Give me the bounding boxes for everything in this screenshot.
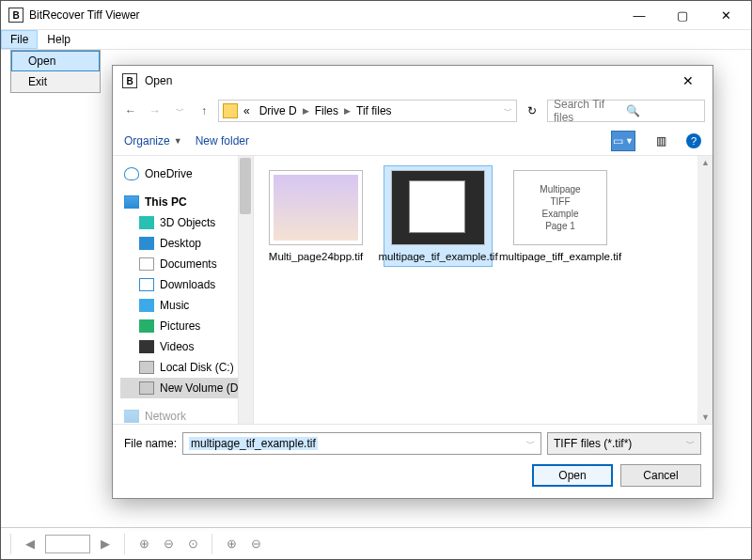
file-type-filter[interactable]: TIFF files (*.tif*) ﹀: [547, 432, 701, 455]
disk-icon: [139, 361, 154, 374]
chevron-down-icon: ▼: [174, 136, 182, 146]
tree-network[interactable]: Network: [120, 406, 249, 424]
file-name-label: File name:: [124, 437, 177, 450]
help-button[interactable]: ?: [686, 133, 701, 148]
app-logo: B: [8, 8, 24, 23]
breadcrumb[interactable]: « Drive D ▶ Files ▶ Tif files ﹀: [218, 100, 517, 122]
zoom-in-icon[interactable]: ⊕: [134, 535, 153, 553]
breadcrumb-dropdown-icon[interactable]: ﹀: [504, 105, 512, 117]
window-title: BitRecover Tiff Viewer: [29, 8, 618, 22]
nav-scrollbar[interactable]: [238, 156, 253, 424]
menu-help[interactable]: Help: [38, 30, 80, 49]
tree-3d-objects[interactable]: 3D Objects: [120, 212, 249, 233]
tree-local-disk-c[interactable]: Local Disk (C:): [120, 357, 249, 378]
refresh-button[interactable]: ↻: [521, 100, 543, 122]
document-icon: [139, 257, 154, 271]
view-mode-button[interactable]: ▭▼: [611, 131, 635, 151]
file-menu-open[interactable]: Open: [11, 51, 100, 71]
folder-icon: [223, 103, 238, 118]
chevron-down-icon[interactable]: ﹀: [526, 438, 535, 450]
cube-icon: [139, 216, 154, 229]
dialog-toolbar: Organize▼ New folder ▭▼ ▥ ?: [113, 126, 713, 156]
picture-icon: [139, 319, 154, 333]
navigation-pane: OneDrive This PC 3D Objects Desktop Docu…: [113, 156, 254, 424]
file-menu-exit[interactable]: Exit: [11, 71, 100, 92]
dialog-title-bar: B Open ✕: [113, 66, 713, 96]
dialog-title: Open: [145, 74, 669, 87]
dialog-logo: B: [122, 73, 137, 88]
page-prev-button[interactable]: ◀: [21, 535, 39, 553]
breadcrumb-ellipsis[interactable]: «: [240, 104, 254, 117]
zoom-in2-icon[interactable]: ⊕: [222, 535, 241, 553]
address-row: ← → ﹀ ↑ « Drive D ▶ Files ▶ Tif files ﹀ …: [113, 96, 713, 126]
tree-this-pc[interactable]: This PC: [120, 192, 249, 212]
file-name: multipage_tif_example.tif: [378, 251, 497, 262]
zoom-out-icon[interactable]: ⊖: [159, 535, 178, 553]
dialog-body: OneDrive This PC 3D Objects Desktop Docu…: [113, 156, 713, 424]
file-item[interactable]: Multi_page24bpp.tif: [261, 165, 370, 267]
title-bar: B BitRecover Tiff Viewer — ▢ ✕: [1, 1, 751, 29]
music-icon: [139, 299, 154, 312]
organize-button[interactable]: Organize▼: [124, 134, 182, 148]
download-icon: [139, 278, 154, 291]
chevron-down-icon: ﹀: [686, 438, 695, 450]
file-name-input[interactable]: multipage_tif_example.tif ﹀: [182, 432, 541, 455]
dialog-footer: File name: multipage_tif_example.tif ﹀ T…: [113, 424, 713, 498]
nav-recent-button[interactable]: ﹀: [169, 101, 190, 121]
network-icon: [124, 410, 139, 423]
disk-icon: [139, 381, 154, 395]
menu-bar: File Help: [1, 29, 751, 50]
status-bar: ◀ ▶ ⊕ ⊖ ⊙ ⊕ ⊖: [1, 527, 751, 559]
menu-file[interactable]: File: [1, 30, 38, 49]
file-thumbnail: Multipage TIFF Example Page 1: [513, 170, 607, 245]
files-scrollbar[interactable]: [697, 156, 713, 424]
page-number-input[interactable]: [45, 535, 90, 553]
tree-onedrive[interactable]: OneDrive: [120, 163, 249, 184]
nav-back-button[interactable]: ←: [120, 101, 141, 121]
tree-downloads[interactable]: Downloads: [120, 274, 249, 295]
search-input[interactable]: Search Tif files 🔍: [547, 100, 705, 122]
chevron-right-icon: ▶: [303, 106, 309, 116]
new-folder-button[interactable]: New folder: [196, 134, 249, 148]
tree-new-volume-d[interactable]: New Volume (D:: [120, 378, 249, 398]
folder-tree: OneDrive This PC 3D Objects Desktop Docu…: [113, 156, 253, 424]
zoom-out2-icon[interactable]: ⊖: [246, 535, 265, 553]
nav-up-button[interactable]: ↑: [194, 101, 214, 121]
file-thumbnail: [269, 170, 363, 245]
file-name: Multi_page24bpp.tif: [269, 251, 363, 262]
breadcrumb-seg-files[interactable]: Files: [311, 104, 342, 117]
breadcrumb-seg-tif[interactable]: Tif files: [352, 104, 396, 117]
preview-pane-button[interactable]: ▥: [649, 131, 673, 151]
tree-music[interactable]: Music: [120, 295, 249, 316]
dialog-close-button[interactable]: ✕: [669, 68, 707, 94]
page-next-button[interactable]: ▶: [96, 535, 115, 553]
file-item[interactable]: Multipage TIFF Example Page 1 multipage_…: [506, 165, 615, 267]
video-icon: [139, 340, 154, 353]
files-pane: Multi_page24bpp.tif multipage_tif_exampl…: [254, 156, 713, 424]
open-dialog: B Open ✕ ← → ﹀ ↑ « Drive D ▶ Files ▶ Tif…: [112, 65, 713, 499]
minimize-button[interactable]: —: [618, 1, 661, 29]
tree-pictures[interactable]: Pictures: [120, 316, 249, 336]
breadcrumb-seg-drive[interactable]: Drive D: [256, 104, 301, 117]
nav-forward-button[interactable]: →: [145, 101, 165, 121]
cancel-button[interactable]: Cancel: [620, 464, 701, 487]
file-thumbnail: [391, 170, 485, 245]
file-menu-dropdown: Open Exit: [10, 50, 101, 93]
tree-videos[interactable]: Videos: [120, 336, 249, 357]
window-controls: — ▢ ✕: [618, 1, 747, 29]
close-button[interactable]: ✕: [704, 1, 747, 29]
tree-desktop[interactable]: Desktop: [120, 233, 249, 254]
cloud-icon: [124, 167, 139, 180]
search-placeholder: Search Tif files: [554, 98, 626, 124]
maximize-button[interactable]: ▢: [661, 1, 704, 29]
open-button[interactable]: Open: [532, 464, 613, 487]
zoom-fit-icon[interactable]: ⊙: [183, 535, 202, 553]
chevron-right-icon: ▶: [344, 106, 351, 116]
file-item[interactable]: multipage_tif_example.tif: [384, 165, 493, 267]
tree-documents[interactable]: Documents: [120, 254, 249, 274]
pc-icon: [124, 195, 139, 209]
desktop-icon: [139, 237, 154, 250]
file-name: multipage_tiff_example.tif: [499, 251, 621, 262]
search-icon: 🔍: [626, 104, 698, 117]
